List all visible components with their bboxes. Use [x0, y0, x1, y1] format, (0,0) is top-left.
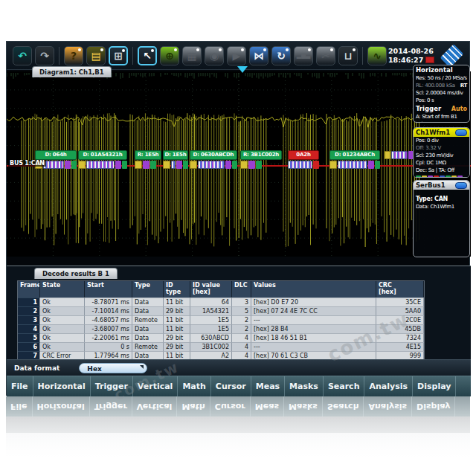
can-frame-data[interactable]: D: 01A54321h — [78, 150, 127, 169]
decode-results-tab[interactable]: Decode results B 1 — [34, 268, 118, 279]
column-header[interactable]: DLC — [232, 281, 251, 298]
frame-field-s — [338, 161, 367, 169]
table-cell: -3.68007 ms — [85, 324, 132, 333]
column-header[interactable]: State — [40, 281, 85, 298]
can-frame-data[interactable]: D: 0630ABCDh — [190, 150, 237, 169]
frame-field-p — [225, 161, 231, 169]
decode-results-table: FrameStateStartTypeID typeID value [hex]… — [17, 280, 425, 361]
table-row[interactable]: 5Ok-2.20061 msData29 bit630ABCD4[hex] 18… — [18, 333, 424, 342]
table-cell: [hex] D0 E7 20 — [251, 298, 376, 306]
minimize-icon[interactable] — [455, 182, 467, 189]
grid-settings-icon[interactable]: ⊞ — [109, 46, 128, 65]
open-file-icon[interactable]: ▤ — [86, 46, 106, 65]
serbus-data: Data: Ch1Wfm1 — [414, 203, 469, 210]
table-row[interactable]: 2Ok-7.10014 msData29 bit1A543215[hex] 07… — [18, 306, 424, 315]
can-frame-remote[interactable]: R: 1E5h — [135, 150, 161, 169]
menu-search[interactable]: Search — [324, 376, 365, 396]
column-header[interactable]: ID value [hex] — [190, 281, 232, 298]
cursor-icon[interactable]: ↖ — [138, 46, 157, 65]
channel1-info-panel[interactable]: Ch1Wfm1 Pos: 0 div Off: 3.32 V Scl: 230 … — [413, 127, 470, 178]
column-header[interactable]: Type — [132, 281, 164, 298]
table-header-row: FrameStateStartTypeID typeID value [hex]… — [18, 281, 424, 298]
table-cell: -4.68057 ms — [85, 315, 132, 324]
diagram-tab[interactable]: Diagram1: Ch1,B1 — [32, 66, 112, 77]
table-cell: 2 — [232, 315, 251, 324]
table-cell: 45DB — [376, 324, 424, 333]
time-label: 18:46:27 — [388, 56, 423, 65]
minimize-icon[interactable] — [455, 129, 467, 136]
menu-cursor[interactable]: Cursor — [211, 376, 251, 396]
column-header[interactable]: Start — [85, 281, 132, 298]
cut-icon[interactable]: ✂ — [316, 46, 335, 65]
column-header[interactable]: CRC [hex] — [376, 281, 424, 298]
zoom-icon[interactable]: ⊕ — [160, 46, 179, 65]
measure-icon[interactable]: ⋈ — [249, 46, 268, 65]
table-row[interactable]: 4Ok-3.68007 msData11 bit1E52[hex] 28 B44… — [18, 324, 424, 333]
help-icon[interactable]: ? — [64, 46, 83, 65]
table-row[interactable]: 1Ok-8.78071 msData11 bit643[hex] D0 E7 2… — [18, 298, 424, 306]
delete-icon[interactable]: ⊔ — [338, 46, 358, 65]
layout-icon[interactable]: ▦ — [182, 46, 202, 65]
frame-field-g — [122, 161, 127, 169]
column-header[interactable]: Frame — [18, 281, 40, 298]
frame-field-p — [65, 161, 71, 169]
frame-field-p — [115, 161, 121, 169]
frame-fields — [329, 161, 380, 169]
histogram-icon[interactable]: ▂▅▃ — [294, 46, 313, 65]
table-cell: 29 bit — [164, 333, 190, 342]
annotate-icon[interactable]: ▶ — [227, 46, 246, 65]
table-row[interactable]: 6Ok0 sRemote29 bit3B1C0024---4E15 — [18, 342, 424, 351]
table-cell: Ok — [40, 306, 85, 315]
can-frame-data[interactable]: D: 1E5h — [163, 150, 188, 169]
frame-field-g — [256, 161, 262, 169]
table-row[interactable]: 3Ok-4.68057 msRemote11 bit1E52---2C0E — [18, 315, 424, 324]
menu-meas[interactable]: Meas — [251, 376, 285, 396]
data-format-label: Data format — [14, 364, 60, 372]
menu-math[interactable]: Math — [178, 376, 210, 396]
serialbus-info-panel[interactable]: SerBus1 Type: CAN Data: Ch1Wfm1 — [413, 180, 470, 257]
menu-vertical[interactable]: Vertical — [133, 376, 178, 396]
can-frame-remote[interactable]: R: 3B1C002h — [240, 150, 282, 169]
column-header[interactable]: ID type — [164, 281, 190, 298]
horizontal-pos: Pos: 0 s — [414, 97, 469, 104]
waveform-display[interactable]: BUS 1:CAN D: 064hD: 01A54321hR: 1E5hD: 1… — [7, 71, 471, 257]
table-cell: 3 — [18, 315, 40, 324]
column-header[interactable]: Values — [251, 281, 376, 298]
horizontal-info-panel[interactable]: Horizontal Res: 50 ns / 20 MSa/s RTRL: 4… — [413, 65, 470, 123]
menu-masks[interactable]: Masks — [285, 376, 324, 396]
menu-file[interactable]: File — [7, 376, 33, 396]
menu-trigger[interactable]: Trigger — [91, 376, 133, 396]
data-format-dropdown[interactable]: Hex — [79, 363, 147, 373]
trigger-position-icon[interactable] — [237, 66, 248, 73]
frame-field-y — [240, 161, 248, 169]
horizontal-rl: RTRL: 400.008 kSa — [414, 82, 469, 89]
table-cell: --- — [251, 342, 376, 351]
can-frame-error[interactable]: 0A2h — [288, 150, 319, 169]
table-cell: 5 — [18, 333, 40, 342]
thumb-block — [451, 176, 457, 178]
redo-icon[interactable]: ↷ — [35, 46, 54, 65]
table-cell: Ok — [40, 333, 85, 342]
table-cell: 3 — [232, 298, 251, 306]
quick-meas-icon[interactable]: ↻ — [271, 46, 291, 65]
frame-field-s — [288, 161, 312, 169]
can-frame-partial[interactable] — [385, 150, 414, 159]
table-cell: 4 — [18, 324, 40, 333]
menu-analysis[interactable]: Analysis — [364, 376, 413, 396]
frame-field-y — [385, 151, 390, 159]
frame-field-g — [232, 161, 237, 169]
intensity-icon[interactable]: ◉ — [205, 46, 224, 65]
table-cell: 1A54321 — [190, 306, 232, 315]
table-cell: 0 s — [85, 342, 132, 351]
undo-icon[interactable]: ↶ — [13, 46, 32, 65]
protocol-icon[interactable]: ∿ — [367, 46, 387, 65]
table-cell: -2.20061 ms — [85, 333, 132, 342]
frame-label: 0A2h — [288, 150, 319, 160]
menu-horizontal[interactable]: Horizontal — [33, 376, 91, 396]
frame-field-s — [86, 161, 115, 169]
can-frame-data[interactable]: D: 01234ABCh — [329, 150, 380, 169]
menu-display[interactable]: Display — [413, 376, 456, 396]
frame-fields — [190, 161, 237, 169]
frame-field-s — [171, 161, 176, 169]
horizontal-scl: Scl: 2.00004 ms/div — [414, 89, 469, 97]
